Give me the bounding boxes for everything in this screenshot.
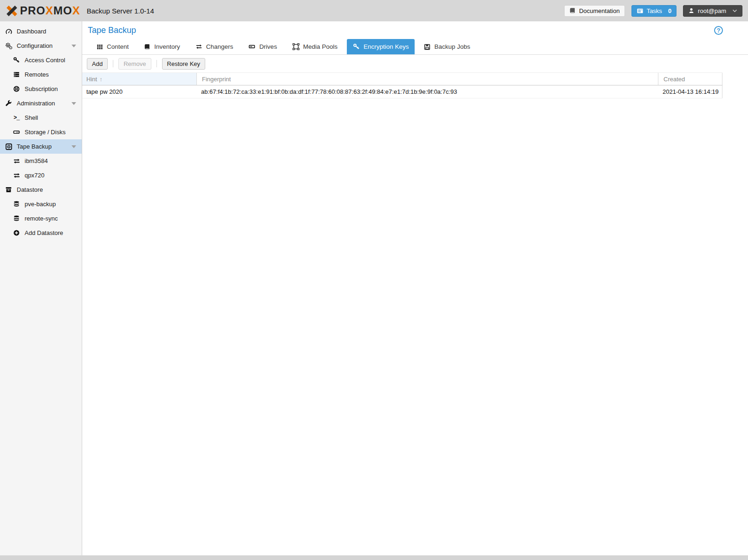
gears-icon: [5, 42, 13, 50]
tab-media-pools[interactable]: Media Pools: [286, 39, 344, 54]
tasks-button[interactable]: Tasks 0: [631, 5, 676, 17]
tab-inventory[interactable]: Inventory: [138, 39, 186, 54]
sidebar-item-label: remote-sync: [25, 215, 58, 222]
tab-label: Inventory: [154, 43, 180, 50]
sidebar-item-label: Dashboard: [17, 28, 46, 35]
add-button[interactable]: Add: [87, 58, 108, 70]
sidebar-item-access-control[interactable]: Access Control: [0, 53, 82, 67]
sidebar-item-datastore[interactable]: Datastore: [0, 182, 82, 197]
top-bar: PROXMOX Backup Server 1.0-14 Documentati…: [0, 0, 748, 21]
sidebar-item-dashboard[interactable]: Dashboard: [0, 24, 82, 39]
help-icon[interactable]: ?: [714, 26, 723, 35]
page-title: Tape Backup: [88, 26, 136, 35]
encryption-keys-table: Hint ↑ Fingerprint Created tape pw 2020 …: [82, 72, 722, 98]
drive-icon: [248, 43, 255, 50]
column-header-created[interactable]: Created: [658, 73, 722, 85]
sidebar-item-label: Add Datastore: [25, 229, 63, 236]
table-header-row: Hint ↑ Fingerprint Created: [82, 72, 722, 85]
collapse-arrow-icon[interactable]: [72, 45, 76, 47]
book-icon: [569, 7, 576, 14]
sidebar-item-label: Shell: [25, 114, 38, 121]
database-icon: [13, 200, 20, 208]
sidebar-item-label: Tape Backup: [17, 143, 52, 150]
proxmox-x-icon: [6, 5, 18, 17]
sidebar-item-label: Datastore: [17, 186, 43, 193]
server-stack-icon: [13, 71, 20, 78]
sidebar-item-label: ibm3584: [25, 157, 48, 164]
wrench-icon: [5, 99, 13, 107]
sidebar-item-ibm3584[interactable]: ibm3584: [0, 154, 82, 168]
toolbar-separator: [156, 60, 157, 67]
sidebar-item-label: Storage / Disks: [25, 129, 65, 136]
tab-drives[interactable]: Drives: [242, 39, 283, 54]
sort-ascending-icon: ↑: [99, 76, 103, 83]
sidebar-item-administration[interactable]: Administration: [0, 96, 82, 111]
sidebar-item-label: pve-backup: [25, 201, 56, 208]
tab-encryption-keys[interactable]: Encryption Keys: [347, 39, 415, 54]
tasks-label: Tasks: [647, 7, 662, 14]
cell-created: 2021-04-13 16:14:19: [658, 85, 722, 98]
sidebar-item-subscription[interactable]: Subscription: [0, 82, 82, 96]
life-ring-icon: [13, 85, 20, 93]
cell-hint: tape pw 2020: [82, 85, 197, 98]
product-title: Backup Server 1.0-14: [87, 7, 154, 15]
collapse-arrow-icon[interactable]: [72, 145, 76, 148]
brand-text: PROXMOX: [20, 5, 80, 16]
column-header-hint[interactable]: Hint ↑: [82, 73, 197, 85]
tab-label: Changers: [206, 43, 234, 50]
toolbar-separator: [113, 60, 113, 67]
column-header-fingerprint[interactable]: Fingerprint: [197, 73, 658, 85]
restore-key-button[interactable]: Restore Key: [162, 58, 206, 70]
save-icon: [424, 44, 430, 50]
tasks-count-badge: 0: [668, 7, 671, 14]
exchange-icon: [13, 157, 20, 165]
chevron-down-icon: [732, 9, 737, 13]
user-menu-button[interactable]: root@pam: [683, 5, 742, 17]
tab-label: Encryption Keys: [364, 43, 409, 50]
tab-backup-jobs[interactable]: Backup Jobs: [418, 39, 476, 54]
documentation-button[interactable]: Documentation: [564, 5, 624, 17]
sidebar-item-qpx720[interactable]: qpx720: [0, 168, 82, 182]
grid-icon: [97, 44, 103, 50]
sidebar-item-label: Subscription: [25, 85, 58, 92]
sidebar-item-pve-backup[interactable]: pve-backup: [0, 197, 82, 211]
table-row[interactable]: tape pw 2020 ab:67:f4:1b:72:ca:33:e1:91:…: [82, 85, 722, 98]
tab-label: Drives: [259, 43, 277, 50]
tab-content[interactable]: Content: [91, 39, 135, 54]
sidebar: Dashboard Configuration Access Control: [0, 21, 82, 555]
gauge-icon: [5, 27, 13, 35]
hdd-icon: [13, 128, 20, 136]
sidebar-item-storage-disks[interactable]: Storage / Disks: [0, 125, 82, 139]
sidebar-item-label: Configuration: [17, 42, 52, 49]
key-icon: [353, 43, 360, 50]
task-list-icon: [637, 7, 644, 14]
user-label: root@pam: [698, 7, 726, 14]
cell-fingerprint: ab:67:f4:1b:72:ca:33:e1:91:bf:0b:da:df:1…: [197, 85, 658, 98]
sidebar-item-remotes[interactable]: Remotes: [0, 67, 82, 82]
tab-label: Content: [107, 43, 129, 50]
book-icon: [144, 44, 150, 50]
exchange-icon: [195, 43, 202, 50]
main-panel: Tape Backup ? Content: [82, 21, 748, 555]
sidebar-item-remote-sync[interactable]: remote-sync: [0, 211, 82, 226]
remove-button[interactable]: Remove: [118, 58, 151, 70]
sidebar-item-label: Administration: [17, 100, 55, 107]
exchange-icon: [13, 171, 20, 179]
proxmox-logo: PROXMOX: [6, 5, 80, 17]
sidebar-item-configuration[interactable]: Configuration: [0, 39, 82, 53]
collapse-arrow-icon[interactable]: [72, 102, 76, 105]
toolbar: Add Remove Restore Key: [82, 55, 748, 72]
sidebar-item-label: Remotes: [25, 71, 49, 78]
tab-bar: Content Inventory Changers: [82, 39, 748, 55]
archive-box-icon: [5, 186, 13, 194]
sidebar-item-shell[interactable]: >_ Shell: [0, 111, 82, 125]
sidebar-item-label: qpx720: [25, 172, 45, 179]
sidebar-item-tape-backup[interactable]: Tape Backup: [0, 139, 82, 154]
key-icon: [13, 56, 20, 64]
sidebar-item-add-datastore[interactable]: Add Datastore: [0, 226, 82, 240]
tab-changers[interactable]: Changers: [189, 39, 240, 54]
terminal-icon: >_: [13, 114, 20, 122]
plus-circle-icon: [13, 229, 20, 237]
tab-label: Media Pools: [303, 43, 338, 50]
user-icon: [688, 7, 695, 14]
